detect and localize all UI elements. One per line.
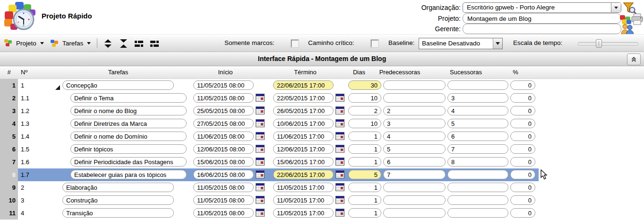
menu-tarefas[interactable]: Tarefas	[50, 35, 91, 52]
successors-input[interactable]	[447, 170, 508, 179]
predecessors-input[interactable]	[383, 106, 446, 115]
table-row[interactable]: 31.2	[0, 105, 644, 117]
table-row[interactable]: 41.3	[0, 117, 644, 130]
calendar-icon[interactable]	[256, 209, 265, 217]
calendar-icon[interactable]	[335, 106, 344, 114]
indent-icon[interactable]	[133, 38, 145, 49]
predecessors-input[interactable]	[383, 195, 446, 205]
chevron-down-icon[interactable]	[611, 3, 621, 12]
calendar-icon[interactable]	[335, 183, 344, 191]
predecessors-input[interactable]	[383, 157, 446, 167]
end-date-input[interactable]	[273, 170, 334, 179]
start-date-input[interactable]	[193, 106, 254, 115]
end-date-input[interactable]	[273, 80, 334, 90]
predecessors-input[interactable]	[383, 208, 446, 218]
table-row[interactable]: 51.4	[0, 130, 644, 143]
task-name-input[interactable]	[70, 157, 187, 167]
task-name-input[interactable]	[62, 195, 174, 205]
percent-input[interactable]	[510, 144, 535, 154]
start-date-input[interactable]	[193, 144, 254, 154]
percent-input[interactable]	[510, 195, 535, 205]
table-row[interactable]: 61.5	[0, 143, 644, 156]
calendar-icon[interactable]	[256, 183, 265, 191]
start-date-input[interactable]	[193, 119, 254, 128]
chevron-down-icon[interactable]	[493, 38, 502, 49]
calendar-icon[interactable]	[256, 106, 265, 114]
end-date-input[interactable]	[273, 132, 334, 141]
successors-input[interactable]	[447, 144, 508, 154]
table-row[interactable]: 71.6	[0, 156, 644, 168]
start-date-input[interactable]	[193, 80, 254, 90]
projeto-input[interactable]	[463, 13, 621, 24]
calendar-icon[interactable]	[335, 132, 344, 140]
predecessors-input[interactable]	[383, 144, 446, 154]
start-date-input[interactable]	[193, 208, 254, 218]
task-name-input[interactable]	[62, 80, 174, 90]
successors-input[interactable]	[447, 119, 508, 128]
duration-input[interactable]	[348, 106, 381, 115]
caminho-critico-checkbox[interactable]	[371, 40, 378, 47]
percent-input[interactable]	[510, 119, 535, 128]
task-name-input[interactable]	[70, 93, 187, 103]
duration-input[interactable]	[348, 93, 381, 103]
duration-input[interactable]	[348, 119, 381, 128]
task-name-input[interactable]	[70, 144, 187, 154]
start-date-input[interactable]	[193, 132, 254, 141]
percent-input[interactable]	[510, 170, 535, 179]
predecessors-input[interactable]	[383, 132, 446, 141]
duration-input[interactable]	[348, 170, 381, 179]
percent-input[interactable]	[510, 157, 535, 167]
calendar-icon[interactable]	[256, 158, 265, 166]
calendar-icon[interactable]	[256, 145, 265, 153]
organizacao-select[interactable]: Escritório gpweb - Porto Alegre	[463, 2, 621, 13]
somente-marcos-checkbox[interactable]	[291, 40, 299, 47]
end-date-input[interactable]	[273, 195, 334, 205]
timescale-slider-track[interactable]	[578, 42, 638, 45]
task-name-input[interactable]	[62, 183, 174, 192]
baseline-select[interactable]: Baseline Desativado	[419, 38, 503, 49]
table-row[interactable]: 11	[0, 79, 644, 92]
successors-input[interactable]	[447, 93, 508, 103]
calendar-icon[interactable]	[256, 119, 265, 127]
duration-input[interactable]	[348, 195, 381, 205]
calendar-icon[interactable]	[335, 196, 344, 204]
expand-all-icon[interactable]	[102, 38, 113, 49]
end-date-input[interactable]	[273, 183, 334, 192]
calendar-icon[interactable]	[335, 145, 344, 153]
outdent-icon[interactable]	[149, 38, 160, 49]
calendar-icon[interactable]	[256, 94, 265, 102]
duration-input[interactable]	[348, 208, 381, 218]
successors-input[interactable]	[447, 132, 508, 141]
successors-input[interactable]	[447, 80, 508, 90]
calendar-icon[interactable]	[256, 132, 265, 140]
predecessors-input[interactable]	[383, 119, 446, 128]
table-row[interactable]: 103	[0, 194, 644, 207]
end-date-input[interactable]	[273, 93, 334, 103]
collapse-panel-button[interactable]	[627, 53, 641, 65]
duration-input[interactable]	[348, 157, 381, 167]
table-row[interactable]: 114	[0, 207, 644, 220]
task-name-input[interactable]	[70, 106, 187, 115]
tree-expanded-icon[interactable]	[55, 83, 60, 88]
percent-input[interactable]	[510, 208, 535, 218]
start-date-input[interactable]	[193, 93, 254, 103]
start-date-input[interactable]	[193, 183, 254, 192]
successors-input[interactable]	[447, 195, 508, 205]
calendar-icon[interactable]	[335, 170, 344, 178]
predecessors-input[interactable]	[383, 80, 446, 90]
predecessors-input[interactable]	[383, 183, 446, 192]
end-date-input[interactable]	[273, 119, 334, 128]
start-date-input[interactable]	[193, 157, 254, 167]
gerente-input[interactable]	[463, 24, 621, 34]
duration-input[interactable]	[348, 144, 381, 154]
task-name-input[interactable]	[70, 132, 187, 141]
successors-input[interactable]	[447, 106, 508, 115]
start-date-input[interactable]	[193, 170, 254, 179]
percent-input[interactable]	[510, 132, 535, 141]
end-date-input[interactable]	[273, 106, 334, 115]
start-date-input[interactable]	[193, 195, 254, 205]
calendar-icon[interactable]	[335, 94, 344, 102]
calendar-icon[interactable]	[256, 170, 265, 178]
table-row[interactable]: 21.1	[0, 92, 644, 105]
timescale-slider-thumb[interactable]	[596, 39, 602, 48]
